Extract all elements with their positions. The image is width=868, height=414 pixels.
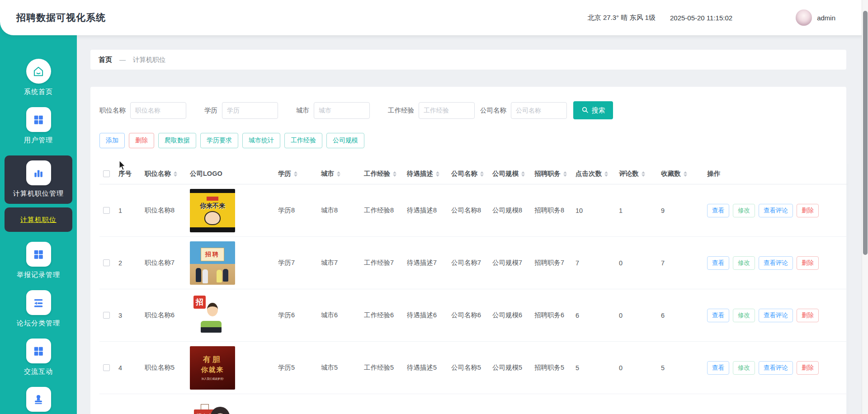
view-comments-button[interactable]: 查看评论 <box>759 256 793 270</box>
delete-row-button[interactable]: 删除 <box>797 361 819 375</box>
delete-row-button[interactable]: 删除 <box>797 309 819 322</box>
delete-button[interactable]: 删除 <box>129 133 154 148</box>
search-button[interactable]: 搜索 <box>573 101 613 119</box>
cell-logo: 有胆你就来加入我们成就梦想! <box>190 346 278 390</box>
cell-city: 城市8 <box>321 206 364 215</box>
cell-salary-desc: 待遇描述6 <box>407 311 451 320</box>
column-header[interactable]: 评论数 <box>619 169 661 178</box>
sidebar-item-6[interactable]: 交流互动 <box>5 339 72 376</box>
datetime-text: 2025-05-20 11:15:02 <box>670 14 732 22</box>
sidebar-item-7[interactable]: 系统管理 <box>5 387 72 414</box>
sidebar-item-2[interactable]: 用户管理 <box>5 107 72 145</box>
row-checkbox[interactable] <box>103 312 110 319</box>
scrollbar-thumb[interactable] <box>863 11 868 255</box>
table-row: 4职位名称5有胆你就来加入我们成就梦想!学历5城市5工作经验5待遇描述5公司名称… <box>99 342 848 394</box>
column-header-label: 评论数 <box>619 169 639 178</box>
sidebar-item-5[interactable]: 论坛分类管理 <box>5 290 72 328</box>
add-button[interactable]: 添加 <box>99 133 125 148</box>
education-requirement-button[interactable]: 学历要求 <box>200 133 238 148</box>
search-input-4[interactable] <box>419 102 475 119</box>
sort-icon <box>294 171 297 177</box>
cell-index: 2 <box>118 259 145 267</box>
search-field-label: 公司名称 <box>480 106 506 115</box>
edit-button[interactable]: 修改 <box>733 256 755 270</box>
row-checkbox-cell <box>99 259 118 266</box>
cell-clicks: 6 <box>576 312 619 319</box>
cell-education: 学历8 <box>278 206 321 215</box>
cell-company-scale: 公司规模7 <box>492 259 534 267</box>
column-header-label: 职位名称 <box>145 169 171 178</box>
crawl-data-button[interactable]: 爬取数据 <box>158 133 196 148</box>
column-header-label: 城市 <box>321 169 334 178</box>
stamp-icon <box>26 387 51 412</box>
view-button[interactable]: 查看 <box>707 204 729 217</box>
city-stats-button[interactable]: 城市统计 <box>242 133 280 148</box>
edit-button[interactable]: 修改 <box>733 204 755 217</box>
username-text[interactable]: admin <box>817 14 835 22</box>
edit-button[interactable]: 修改 <box>733 361 755 375</box>
cell-logo: 招人中 <box>190 399 278 414</box>
search-input-5[interactable] <box>511 102 567 119</box>
column-header[interactable]: 工作经验 <box>364 169 407 178</box>
search-input-1[interactable] <box>130 102 186 119</box>
column-header: 公司LOGO <box>190 169 278 178</box>
search-field-group: 工作经验 <box>388 102 475 119</box>
table-header-row: 序号职位名称公司LOGO学历城市工作经验待遇描述公司名称公司规模招聘职务点击次数… <box>99 164 848 184</box>
column-header[interactable]: 城市 <box>321 169 364 178</box>
cell-salary-desc: 待遇描述5 <box>407 363 451 372</box>
column-header[interactable]: 公司规模 <box>492 169 534 178</box>
row-checkbox[interactable] <box>103 259 110 266</box>
company-logo[interactable]: 招人中 <box>190 399 235 414</box>
column-header-label: 招聘职务 <box>534 169 561 178</box>
logo-text: 招 <box>193 296 206 309</box>
company-logo[interactable]: 招 <box>190 294 227 337</box>
user-avatar[interactable] <box>796 9 812 26</box>
view-comments-button[interactable]: 查看评论 <box>759 361 793 375</box>
company-logo[interactable]: 有胆你就来加入我们成就梦想! <box>190 346 235 390</box>
cell-favorites: 7 <box>661 259 707 267</box>
work-experience-button[interactable]: 工作经验 <box>284 133 322 148</box>
column-header[interactable]: 公司名称 <box>451 169 492 178</box>
edit-button[interactable]: 修改 <box>733 309 755 322</box>
cell-favorites: 6 <box>661 312 707 319</box>
sidebar-item-1[interactable]: 系统首页 <box>5 59 72 96</box>
view-comments-button[interactable]: 查看评论 <box>759 309 793 322</box>
cell-job-name: 职位名称6 <box>145 311 190 320</box>
row-checkbox[interactable] <box>103 364 110 371</box>
column-header[interactable]: 学历 <box>278 169 321 178</box>
search-input-2[interactable] <box>222 102 278 119</box>
view-button[interactable]: 查看 <box>707 361 729 375</box>
column-header[interactable]: 点击次数 <box>576 169 619 178</box>
company-logo[interactable]: 你来不来 <box>190 189 235 232</box>
delete-row-button[interactable]: 删除 <box>797 256 819 270</box>
cell-company: 公司名称7 <box>451 259 492 267</box>
search-input-3[interactable] <box>314 102 370 119</box>
search-field-group: 职位名称 <box>99 102 186 119</box>
bar-chart-icon <box>26 160 51 185</box>
column-header-label: 公司LOGO <box>190 169 222 178</box>
grid-icon <box>26 107 51 132</box>
company-logo[interactable]: 招聘 <box>190 241 235 285</box>
sidebar-subitem-label: 计算机职位 <box>20 216 57 224</box>
select-all-checkbox[interactable] <box>103 170 110 177</box>
column-header[interactable]: 待遇描述 <box>407 169 451 178</box>
column-header[interactable]: 收藏数 <box>661 169 707 178</box>
sidebar-subitem[interactable]: 计算机职位 <box>5 207 72 232</box>
delete-row-button[interactable]: 删除 <box>797 204 819 217</box>
view-button[interactable]: 查看 <box>707 256 729 270</box>
column-header[interactable]: 职位名称 <box>145 169 190 178</box>
cell-city: 城市5 <box>321 363 364 372</box>
row-checkbox[interactable] <box>103 207 110 214</box>
sidebar-item-3[interactable]: 计算机职位管理 <box>5 155 72 204</box>
company-scale-button[interactable]: 公司规模 <box>326 133 364 148</box>
column-header-label: 工作经验 <box>364 169 390 178</box>
cell-clicks: 10 <box>576 207 619 214</box>
breadcrumb-home[interactable]: 首页 <box>99 56 112 64</box>
view-comments-button[interactable]: 查看评论 <box>759 204 793 217</box>
sidebar-item-4[interactable]: 举报记录管理 <box>5 242 72 279</box>
search-form: 职位名称学历城市工作经验公司名称搜索 <box>99 101 837 119</box>
cell-logo: 招聘 <box>190 241 278 285</box>
column-header[interactable]: 招聘职务 <box>534 169 576 178</box>
app-title: 招聘数据可视化系统 <box>16 11 106 24</box>
view-button[interactable]: 查看 <box>707 309 729 322</box>
